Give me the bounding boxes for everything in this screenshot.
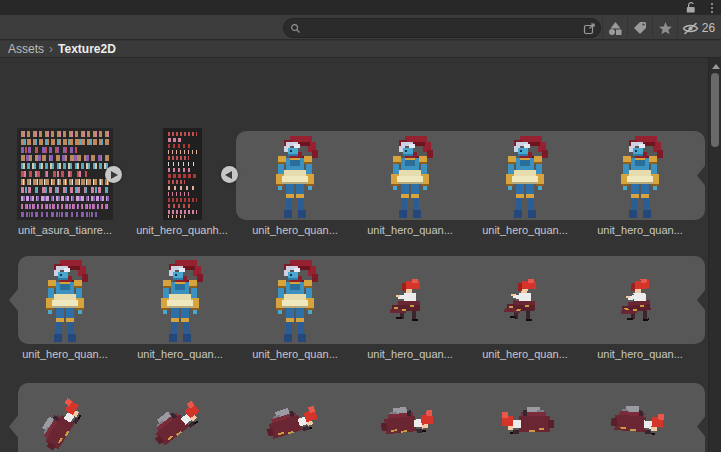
play-left-icon [225, 171, 232, 179]
scrollbar-thumb[interactable] [711, 73, 719, 147]
shapes-icon [608, 21, 623, 36]
asset-item[interactable]: unit_hero_quan... [240, 128, 350, 237]
sprite-thumbnail [145, 390, 215, 452]
sprite-thumbnail [151, 260, 209, 344]
asset-label: unit_hero_quan... [482, 224, 568, 237]
texture-thumbnail [17, 128, 113, 220]
collapse-subassets-button[interactable] [221, 166, 238, 183]
star-icon [658, 21, 673, 36]
asset-label: unit_hero_quan... [252, 224, 338, 237]
eye-slash-icon [682, 22, 700, 35]
strip-continues-notch [697, 416, 706, 438]
search-jump-icon[interactable] [583, 22, 596, 35]
strip-continues-notch [697, 165, 706, 187]
toolbar-icon-group: 26 [602, 15, 719, 41]
asset-item[interactable]: unit_hero_quan... [10, 256, 120, 361]
asset-item[interactable]: unit_hero_quan... [355, 256, 465, 361]
asset-item[interactable]: unit_hero_quanh... [127, 128, 237, 237]
project-toolbar: 26 [0, 14, 721, 40]
asset-label: unit_hero_quan... [252, 348, 338, 361]
asset-item[interactable]: unit_hero_quan... [125, 256, 235, 361]
favorites-button[interactable] [652, 15, 677, 41]
expand-subassets-button[interactable] [105, 166, 122, 183]
asset-item[interactable]: unit_hero_quan... [240, 256, 350, 361]
unlock-icon[interactable] [684, 1, 697, 14]
breadcrumb-separator-icon: › [49, 42, 53, 56]
asset-item[interactable]: unit_hero_quan... [585, 256, 695, 361]
vertical-scrollbar[interactable] [708, 58, 721, 452]
unity-project-browser-window: 26 Assets › Texture2D [0, 0, 721, 452]
sprite-thumbnail [496, 404, 554, 444]
hidden-count-value: 26 [702, 21, 715, 35]
sprite-thumbnail [496, 136, 554, 220]
asset-item[interactable]: unit_hero_quan... [355, 128, 465, 237]
sprite-thumbnail [266, 260, 324, 344]
search-input[interactable] [301, 20, 583, 36]
asset-item[interactable]: unit_hero_quan... [470, 256, 580, 361]
asset-label: unit_asura_tianre... [18, 224, 112, 237]
play-right-icon [111, 171, 118, 179]
asset-item[interactable]: unit_hero_quan... [125, 383, 235, 452]
hidden-count-toggle[interactable]: 26 [677, 15, 719, 41]
kebab-menu-icon[interactable] [710, 1, 714, 14]
sprite-thumbnail [611, 136, 669, 220]
asset-item[interactable]: unit_hero_quan... [585, 383, 695, 452]
sprite-thumbnail [379, 401, 441, 447]
asset-item[interactable]: unit_asura_tianre... [10, 128, 120, 237]
strip-continues-notch [697, 289, 706, 311]
asset-label: unit_hero_quanh... [136, 224, 228, 237]
asset-label: unit_hero_quan... [22, 348, 108, 361]
window-titlebar [0, 0, 721, 14]
tag-icon [633, 21, 647, 35]
sprite-thumbnail [502, 277, 548, 325]
asset-label: unit_hero_quan... [597, 348, 683, 361]
asset-label: unit_hero_quan... [597, 224, 683, 237]
asset-item[interactable]: unit_hero_quan... [10, 383, 120, 452]
breadcrumb-current[interactable]: Texture2D [58, 42, 116, 56]
asset-item[interactable]: unit_hero_quan... [355, 383, 465, 452]
assets-grid: unit_asura_tianre... unit_hero_quanh... … [0, 58, 721, 452]
scrollbar-up-arrow-icon[interactable] [712, 64, 720, 69]
asset-item[interactable]: unit_hero_quan... [585, 128, 695, 237]
sprite-thumbnail [36, 260, 94, 344]
sprite-thumbnail [610, 402, 671, 446]
search-by-type-button[interactable] [602, 15, 627, 41]
sprite-thumbnail [381, 136, 439, 220]
search-by-label-button[interactable] [627, 15, 652, 41]
breadcrumb-root[interactable]: Assets [8, 42, 44, 56]
asset-item[interactable]: unit_hero_quan... [240, 383, 350, 452]
texture-thumbnail [163, 128, 202, 220]
sprite-thumbnail [616, 277, 663, 326]
sprite-thumbnail [266, 136, 324, 220]
asset-label: unit_hero_quan... [137, 348, 223, 361]
search-field[interactable] [283, 18, 601, 38]
sprite-thumbnail [388, 278, 432, 324]
sprite-thumbnail [261, 396, 329, 452]
sprite-thumbnail [33, 389, 98, 452]
asset-label: unit_hero_quan... [367, 224, 453, 237]
search-icon [290, 23, 301, 34]
asset-item[interactable]: unit_hero_quan... [470, 128, 580, 237]
asset-label: unit_hero_quan... [482, 348, 568, 361]
asset-item[interactable]: unit_hero_quan... [470, 383, 580, 452]
breadcrumb: Assets › Texture2D [0, 41, 721, 58]
asset-label: unit_hero_quan... [367, 348, 453, 361]
